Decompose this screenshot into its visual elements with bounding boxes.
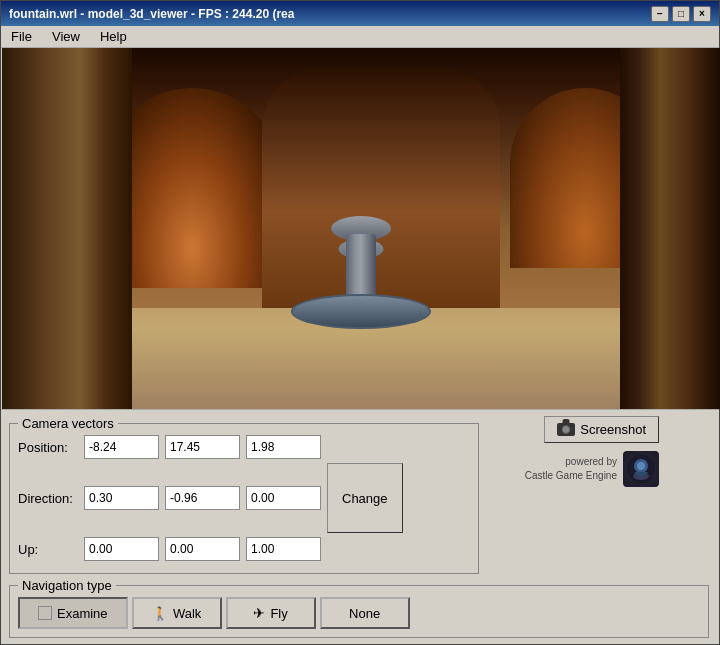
- up-z-input[interactable]: [246, 537, 321, 561]
- position-y-input[interactable]: [165, 435, 240, 459]
- direction-y-input[interactable]: [165, 486, 240, 510]
- direction-row: Direction: Change: [18, 463, 470, 533]
- 3d-viewport[interactable]: [2, 48, 720, 409]
- nav-walk-button[interactable]: 🚶 Walk: [132, 597, 222, 629]
- direction-label: Direction:: [18, 491, 78, 506]
- branding: powered by Castle Game Engine: [525, 451, 659, 487]
- nav-examine-button[interactable]: Examine: [18, 597, 128, 629]
- examine-icon: [38, 606, 52, 620]
- none-label: None: [349, 606, 380, 621]
- camera-legend: Camera vectors: [18, 416, 118, 431]
- pillar-right: [620, 48, 720, 409]
- navigation-legend: Navigation type: [18, 578, 116, 593]
- up-label: Up:: [18, 542, 78, 557]
- app-window: fountain.wrl - model_3d_viewer - FPS : 2…: [0, 0, 720, 645]
- fly-icon: ✈: [253, 605, 265, 621]
- minimize-button[interactable]: −: [651, 6, 669, 22]
- fountain-basin: [291, 294, 431, 329]
- pillar-left: [2, 48, 132, 409]
- navigation-buttons: Examine 🚶 Walk ✈ Fly None: [18, 597, 700, 629]
- position-row: Position:: [18, 435, 470, 459]
- position-x-input[interactable]: [84, 435, 159, 459]
- up-row: Up:: [18, 537, 470, 561]
- nav-none-button[interactable]: None: [320, 597, 410, 629]
- engine-name: Castle Game Engine: [525, 469, 617, 483]
- window-title: fountain.wrl - model_3d_viewer - FPS : 2…: [9, 7, 294, 21]
- change-button[interactable]: Change: [327, 463, 403, 533]
- walk-icon: 🚶: [152, 606, 168, 621]
- bottom-panel: Camera vectors Position: Direction: Chan…: [1, 409, 719, 644]
- up-x-input[interactable]: [84, 537, 159, 561]
- fly-label: Fly: [270, 606, 287, 621]
- engine-logo: [623, 451, 659, 487]
- camera-section: Camera vectors Position: Direction: Chan…: [9, 416, 711, 574]
- camera-fieldset: Camera vectors Position: Direction: Chan…: [9, 416, 479, 574]
- menubar: File View Help: [1, 26, 719, 48]
- titlebar: fountain.wrl - model_3d_viewer - FPS : 2…: [1, 1, 719, 26]
- walk-label: Walk: [173, 606, 201, 621]
- powered-by-text: powered by: [525, 455, 617, 469]
- menu-view[interactable]: View: [46, 27, 86, 46]
- navigation-fieldset: Navigation type Examine 🚶 Walk ✈ Fly Non…: [9, 578, 709, 638]
- svg-point-2: [637, 462, 645, 470]
- menu-file[interactable]: File: [5, 27, 38, 46]
- examine-label: Examine: [57, 606, 108, 621]
- camera-icon: [557, 423, 575, 436]
- titlebar-controls: − □ ×: [651, 6, 711, 22]
- up-y-input[interactable]: [165, 537, 240, 561]
- right-panel: Screenshot powered by Castle Game Engine: [489, 416, 659, 487]
- branding-text: powered by Castle Game Engine: [525, 455, 617, 483]
- screenshot-label: Screenshot: [580, 422, 646, 437]
- screenshot-button[interactable]: Screenshot: [544, 416, 659, 443]
- direction-x-input[interactable]: [84, 486, 159, 510]
- maximize-button[interactable]: □: [672, 6, 690, 22]
- fountain-model: [281, 179, 441, 329]
- direction-z-input[interactable]: [246, 486, 321, 510]
- close-button[interactable]: ×: [693, 6, 711, 22]
- menu-help[interactable]: Help: [94, 27, 133, 46]
- logo-svg: [626, 454, 656, 484]
- nav-fly-button[interactable]: ✈ Fly: [226, 597, 316, 629]
- position-label: Position:: [18, 440, 78, 455]
- position-z-input[interactable]: [246, 435, 321, 459]
